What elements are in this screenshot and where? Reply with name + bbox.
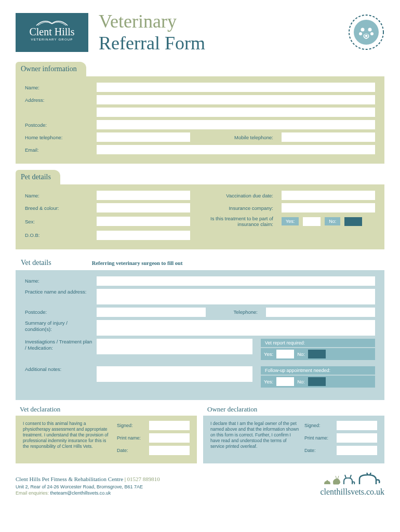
owner-decl-heading: Owner declaration [203,403,264,416]
owner-email-field[interactable] [97,145,375,154]
vet-notes-label: Additional notes: [25,366,92,372]
followup-no-label: No: [297,379,305,384]
svg-point-1 [354,20,379,45]
svg-point-5 [370,32,374,35]
owner-address-field-2[interactable] [97,108,375,117]
vet-date-field[interactable] [149,446,190,455]
vet-summary-label: Summary of injury / condition(s): [25,320,92,333]
vet-name-field[interactable] [97,276,375,286]
owner-postcode-field[interactable] [97,120,375,129]
vet-declaration: Vet declaration I consent to this animal… [16,416,197,463]
followup-label: Follow-up appointment needed: [261,366,375,375]
vet-tel-label: Telephone: [210,309,262,315]
footer-email-label: Email enquiries: [16,490,49,496]
title-veterinary: Veterinary [99,10,338,32]
owner-declaration: Owner declaration I declare that I am th… [203,416,384,463]
footer-org: Clent Hills Pet Fitness & Rehabilitation… [16,476,123,482]
sex-field[interactable] [97,217,190,226]
owner-decl-text: I declare that I am the legal owner of t… [210,421,299,458]
vet-notes-field[interactable] [97,366,252,382]
mobile-tel-field[interactable] [282,132,375,142]
mobile-tel-label: Mobile telephone: [194,135,277,140]
owner-print-field[interactable] [337,433,377,443]
vet-summary-field[interactable] [97,320,375,336]
owner-signed-field[interactable] [337,421,377,430]
owner-date-label: Date: [304,448,332,453]
vacc-date-label: Vaccination due date: [194,193,277,198]
insurance-co-field[interactable] [282,203,375,212]
insurance-co-label: Insurance company: [194,205,277,211]
pet-fitness-stamp-icon [348,14,384,50]
vet-decl-text: I consent to this animal having a physio… [23,421,112,458]
declarations: Vet declaration I consent to this animal… [16,416,384,463]
pet-name-label: Name: [25,193,92,198]
vet-print-field[interactable] [149,433,190,443]
owner-heading: Owner information [16,62,86,76]
hills-arc-icon [34,17,70,26]
vet-details-section: Vet details Referring veterinary surgeon… [16,256,384,400]
footer-email: theteam@clenthillsvets.co.uk [50,490,111,496]
pet-details-section: Pet details Name: Vaccination due date: … [16,170,384,249]
svg-point-3 [368,28,372,32]
dob-label: D.O.B: [25,232,92,238]
vet-plan-field[interactable] [97,339,252,354]
breed-field[interactable] [97,203,190,212]
owner-information-section: Owner information Name: Address: Postcod… [16,62,384,164]
home-tel-field[interactable] [97,132,190,142]
vet-signed-field[interactable] [149,421,190,430]
followup-yes-checkbox[interactable] [276,377,294,386]
header: Clent Hills VETERINARY GROUP Veterinary … [16,10,384,54]
pet-heading: Pet details [16,170,60,184]
owner-address-field-1[interactable] [97,95,375,104]
pet-no-label: No: [325,217,340,225]
svg-point-2 [361,28,365,32]
pet-no-checkbox[interactable] [344,217,362,226]
vet-subtitle: Referring veterinary surgeon to fill out [92,260,183,266]
owner-name-label: Name: [25,85,92,90]
vet-decl-heading: Vet declaration [16,403,68,416]
vet-report-yes-label: Yes: [264,351,273,357]
pet-name-field[interactable] [97,191,190,200]
followup-no-checkbox[interactable] [308,377,326,386]
vet-report-no-checkbox[interactable] [308,350,326,358]
followup-yes-label: Yes: [264,379,273,384]
title-referral-form: Referral Form [99,32,338,54]
breed-label: Breed & colour: [25,205,92,211]
vet-heading: Vet details [16,256,61,270]
vet-plan-label: Investiagtions / Treatment plan / Medica… [25,339,92,352]
insurance-claim-label: Is this treatment to be part of insuranc… [194,216,277,228]
footer-url: clenthillsvets.co.uk [320,487,384,496]
dob-field[interactable] [97,231,190,240]
footer: Clent Hills Pet Fitness & Rehabilitation… [16,472,384,497]
home-tel-label: Home telephone: [25,135,92,140]
vet-name-label: Name: [25,278,92,284]
owner-name-field[interactable] [97,83,375,92]
vet-date-label: Date: [117,448,145,453]
vet-report-no-label: No: [297,351,305,357]
footer-address: Unit 2, Rear of 24-26 Worcester Road, Br… [16,484,143,489]
footer-phone: 01527 889810 [127,476,160,482]
owner-signed-label: Signed: [304,423,332,428]
vet-practice-field[interactable] [97,289,375,304]
page-title: Veterinary Referral Form [99,10,338,54]
vet-tel-field[interactable] [266,308,375,317]
animal-silhouettes-icon [322,472,384,486]
logo-subtext: VETERINARY GROUP [31,38,73,41]
svg-point-4 [359,32,362,35]
vet-print-label: Print name: [117,435,145,441]
owner-date-field[interactable] [337,446,377,455]
vet-postcode-label: Postcode: [25,309,92,315]
vet-practice-label: Practice name and address: [25,289,92,295]
owner-print-label: Print name: [304,435,332,441]
owner-postcode-label: Postcode: [25,122,92,128]
vacc-date-field[interactable] [282,191,375,200]
vet-signed-label: Signed: [117,423,145,428]
owner-email-label: Email: [25,147,92,153]
pet-yes-label: Yes: [282,217,299,225]
vet-report-label: Vet report required: [261,339,375,347]
vet-postcode-field[interactable] [97,308,206,317]
vet-report-yes-checkbox[interactable] [276,350,294,358]
owner-address-label: Address: [25,97,92,103]
logo-text: Clent Hills [29,26,74,37]
pet-yes-checkbox[interactable] [303,217,321,226]
